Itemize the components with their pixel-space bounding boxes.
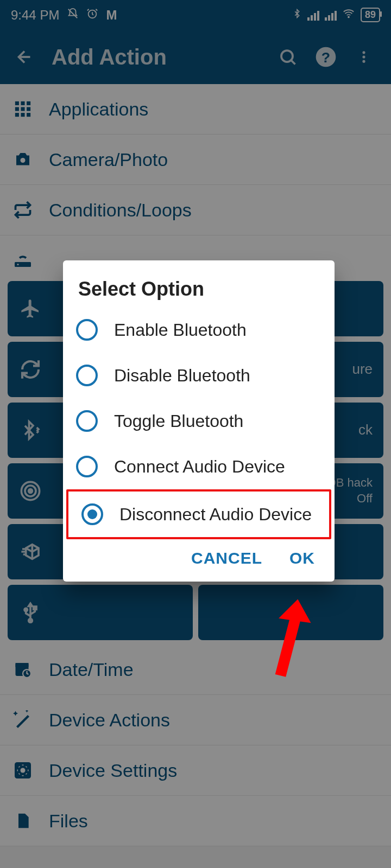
select-option-dialog: Select Option Enable Bluetooth Disable B… (63, 260, 335, 582)
ok-button[interactable]: OK (289, 549, 315, 567)
option-enable-bluetooth[interactable]: Enable Bluetooth (63, 307, 335, 353)
dialog-title: Select Option (63, 278, 335, 307)
option-toggle-bluetooth[interactable]: Toggle Bluetooth (63, 398, 335, 444)
option-disconnect-audio-device[interactable]: Disconnect Audio Device (68, 492, 329, 537)
radio-checked-icon (81, 503, 103, 525)
cancel-button[interactable]: CANCEL (191, 549, 262, 567)
option-disable-bluetooth[interactable]: Disable Bluetooth (63, 353, 335, 398)
radio-unchecked-icon (76, 410, 98, 432)
radio-unchecked-icon (76, 365, 98, 386)
radio-unchecked-icon (76, 456, 98, 477)
option-connect-audio-device[interactable]: Connect Audio Device (63, 444, 335, 489)
radio-unchecked-icon (76, 319, 98, 341)
